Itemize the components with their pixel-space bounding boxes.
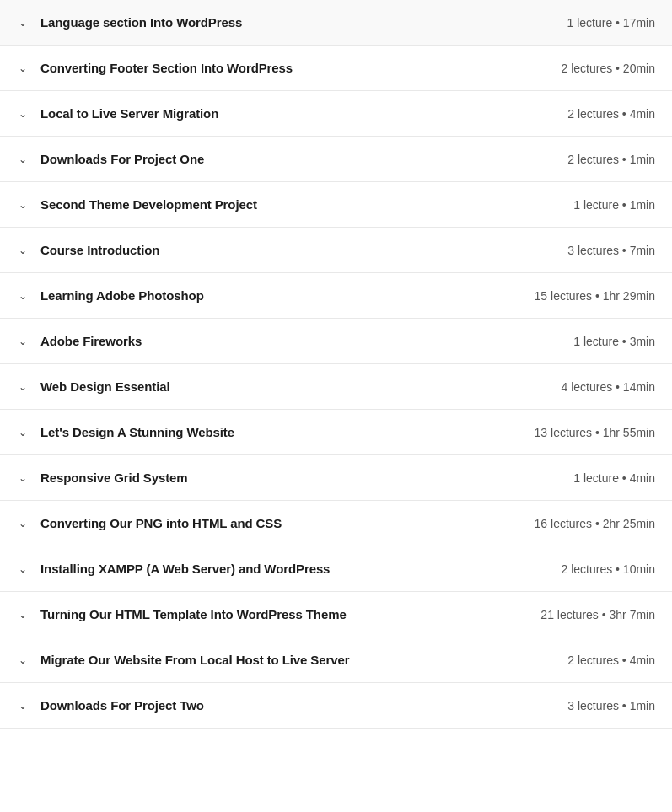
course-item-left: ⌄ Learning Adobe Photoshop <box>17 288 204 303</box>
course-meta: 1 lecture • 17min <box>567 16 655 30</box>
course-title: Language section Into WordPress <box>40 15 242 30</box>
course-item-left: ⌄ Installing XAMPP (A Web Server) and Wo… <box>17 562 330 576</box>
course-title: Migrate Our Website From Local Host to L… <box>40 653 349 667</box>
course-meta: 4 lectures • 14min <box>561 380 655 394</box>
course-title: Local to Live Server Migration <box>40 106 218 121</box>
chevron-down-icon: ⌄ <box>17 563 29 575</box>
chevron-down-icon: ⌄ <box>17 336 29 347</box>
chevron-down-icon: ⌄ <box>17 654 29 666</box>
course-meta: 15 lectures • 1hr 29min <box>535 289 655 303</box>
course-item-left: ⌄ Language section Into WordPress <box>17 15 242 30</box>
course-meta: 16 lectures • 2hr 25min <box>535 517 655 530</box>
course-meta: 1 lecture • 3min <box>573 335 655 348</box>
chevron-down-icon: ⌄ <box>17 153 29 165</box>
course-item-left: ⌄ Downloads For Project Two <box>17 698 204 713</box>
course-item-installing-xampp[interactable]: ⌄ Installing XAMPP (A Web Server) and Wo… <box>0 546 672 592</box>
chevron-down-icon: ⌄ <box>17 472 29 484</box>
course-item-left: ⌄ Turning Our HTML Template Into WordPre… <box>17 607 347 621</box>
course-title: Responsive Grid System <box>40 471 188 485</box>
course-item-left: ⌄ Local to Live Server Migration <box>17 106 218 121</box>
course-item-local-to-live[interactable]: ⌄ Local to Live Server Migration 2 lectu… <box>0 91 672 137</box>
course-meta: 2 lectures • 4min <box>567 107 655 121</box>
course-title: Turning Our HTML Template Into WordPress… <box>40 607 347 621</box>
course-meta: 21 lectures • 3hr 7min <box>540 608 655 621</box>
course-list: ⌄ Language section Into WordPress 1 lect… <box>0 0 672 729</box>
course-title: Course Introduction <box>40 243 159 257</box>
chevron-down-icon: ⌄ <box>17 381 29 393</box>
course-item-converting-png[interactable]: ⌄ Converting Our PNG into HTML and CSS 1… <box>0 501 672 546</box>
course-title: Let's Design A Stunning Website <box>40 425 234 439</box>
course-title: Installing XAMPP (A Web Server) and Word… <box>40 562 330 576</box>
course-item-course-introduction[interactable]: ⌄ Course Introduction 3 lectures • 7min <box>0 228 672 273</box>
course-meta: 2 lectures • 20min <box>561 62 655 75</box>
chevron-down-icon: ⌄ <box>17 199 29 211</box>
chevron-down-icon: ⌄ <box>17 518 29 530</box>
course-title: Second Theme Development Project <box>40 197 257 212</box>
course-meta: 1 lecture • 1min <box>573 198 655 212</box>
course-item-downloads-project-two[interactable]: ⌄ Downloads For Project Two 3 lectures •… <box>0 683 672 729</box>
chevron-down-icon: ⌄ <box>17 108 29 120</box>
course-item-downloads-project-one[interactable]: ⌄ Downloads For Project One 2 lectures •… <box>0 137 672 182</box>
course-meta: 2 lectures • 1min <box>567 153 655 166</box>
course-title: Learning Adobe Photoshop <box>40 288 204 303</box>
course-item-lets-design-stunning[interactable]: ⌄ Let's Design A Stunning Website 13 lec… <box>0 410 672 455</box>
course-meta: 3 lectures • 7min <box>567 244 655 257</box>
course-item-left: ⌄ Converting Our PNG into HTML and CSS <box>17 516 282 530</box>
course-item-adobe-fireworks[interactable]: ⌄ Adobe Fireworks 1 lecture • 3min <box>0 319 672 364</box>
course-item-left: ⌄ Let's Design A Stunning Website <box>17 425 234 439</box>
course-meta: 13 lectures • 1hr 55min <box>535 426 655 439</box>
chevron-down-icon: ⌄ <box>17 427 29 438</box>
chevron-down-icon: ⌄ <box>17 290 29 302</box>
course-item-turning-html-template[interactable]: ⌄ Turning Our HTML Template Into WordPre… <box>0 592 672 637</box>
course-title: Adobe Fireworks <box>40 334 142 348</box>
course-item-left: ⌄ Adobe Fireworks <box>17 334 142 348</box>
course-title: Converting Footer Section Into WordPress <box>40 61 293 75</box>
chevron-down-icon: ⌄ <box>17 17 29 29</box>
course-item-left: ⌄ Downloads For Project One <box>17 152 204 166</box>
course-title: Downloads For Project One <box>40 152 204 166</box>
chevron-down-icon: ⌄ <box>17 245 29 256</box>
chevron-down-icon: ⌄ <box>17 62 29 74</box>
course-meta: 1 lecture • 4min <box>573 471 655 485</box>
course-meta: 2 lectures • 4min <box>567 653 655 667</box>
course-item-left: ⌄ Course Introduction <box>17 243 159 257</box>
chevron-down-icon: ⌄ <box>17 700 29 712</box>
course-item-learning-adobe-photoshop[interactable]: ⌄ Learning Adobe Photoshop 15 lectures •… <box>0 273 672 319</box>
course-title: Converting Our PNG into HTML and CSS <box>40 516 282 530</box>
course-item-responsive-grid-system[interactable]: ⌄ Responsive Grid System 1 lecture • 4mi… <box>0 455 672 501</box>
course-item-left: ⌄ Web Design Essential <box>17 379 170 394</box>
course-item-web-design-essential[interactable]: ⌄ Web Design Essential 4 lectures • 14mi… <box>0 364 672 410</box>
course-item-language-section[interactable]: ⌄ Language section Into WordPress 1 lect… <box>0 0 672 46</box>
course-item-migrate-website[interactable]: ⌄ Migrate Our Website From Local Host to… <box>0 637 672 683</box>
course-item-left: ⌄ Second Theme Development Project <box>17 197 257 212</box>
course-item-left: ⌄ Migrate Our Website From Local Host to… <box>17 653 349 667</box>
course-meta: 3 lectures • 1min <box>567 699 655 713</box>
course-title: Web Design Essential <box>40 379 170 394</box>
course-item-converting-footer[interactable]: ⌄ Converting Footer Section Into WordPre… <box>0 46 672 91</box>
course-title: Downloads For Project Two <box>40 698 204 713</box>
course-item-second-theme[interactable]: ⌄ Second Theme Development Project 1 lec… <box>0 182 672 228</box>
course-item-left: ⌄ Converting Footer Section Into WordPre… <box>17 61 293 75</box>
course-meta: 2 lectures • 10min <box>561 562 655 576</box>
chevron-down-icon: ⌄ <box>17 609 29 621</box>
course-item-left: ⌄ Responsive Grid System <box>17 471 188 485</box>
